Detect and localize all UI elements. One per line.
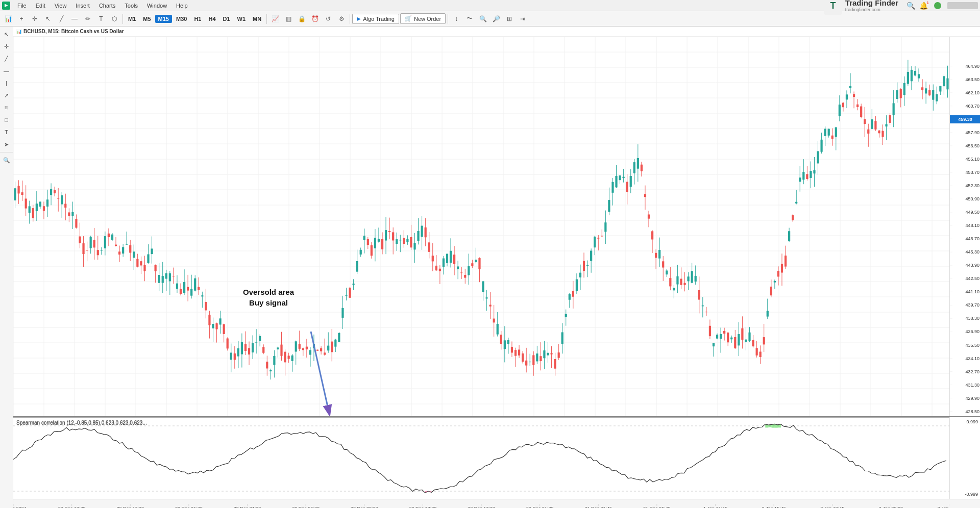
- logo-sub: tradingfinder.com: [845, 7, 898, 12]
- svg-text:T: T: [830, 1, 836, 11]
- zoom-in-btn[interactable]: +: [15, 13, 28, 25]
- ind-val-bot: -0.999: [965, 492, 978, 497]
- chart-icon: 📊: [16, 29, 22, 34]
- tf-d1[interactable]: D1: [220, 15, 233, 23]
- hline-btn[interactable]: —: [68, 13, 81, 25]
- menu-charts[interactable]: Charts: [95, 2, 119, 10]
- new-order-icon: 🛒: [405, 15, 412, 22]
- lt-rect[interactable]: □: [1, 114, 12, 125]
- indicator-panel[interactable]: Spearman correlation (12,-0.85,0.85),0.6…: [13, 417, 949, 499]
- indicator-btn[interactable]: ↕: [450, 13, 462, 25]
- signal-bars: [947, 2, 978, 9]
- indicator-row: Spearman correlation (12,-0.85,0.85),0.6…: [13, 416, 980, 499]
- crosshair-btn[interactable]: ✛: [29, 13, 41, 25]
- tf-h1[interactable]: H1: [191, 15, 204, 23]
- lt-text[interactable]: T: [1, 126, 12, 138]
- sep2: [266, 14, 267, 24]
- lt-hline[interactable]: —: [1, 65, 12, 77]
- new-order-btn[interactable]: 🛒 New Order: [400, 13, 446, 24]
- lt-divider: [0, 152, 13, 153]
- status-indicator: [934, 2, 941, 9]
- play-icon: ▶: [357, 16, 361, 21]
- menu-view[interactable]: View: [51, 2, 71, 10]
- tf-m5[interactable]: M5: [140, 15, 154, 23]
- lt-cursor[interactable]: ↖: [1, 29, 12, 40]
- lt-vline[interactable]: |: [1, 78, 12, 89]
- tf-mn[interactable]: MN: [250, 15, 264, 23]
- lt-zoom[interactable]: 🔍: [1, 155, 12, 166]
- text-btn[interactable]: T: [95, 13, 107, 25]
- chart-header-text: BCHUSD, M15: Bitcoin Cash vs US Dollar: [23, 29, 124, 34]
- zoom-out-chart[interactable]: 🔍: [477, 13, 489, 25]
- clock-btn[interactable]: ⏰: [309, 13, 321, 25]
- search-icon[interactable]: 🔍: [906, 2, 915, 10]
- new-chart-btn[interactable]: 📊: [2, 13, 14, 25]
- bar-type-btn[interactable]: ▥: [282, 13, 295, 25]
- top-right-area: T Trading Finder tradingfinder.com 🔍 🔔1: [824, 0, 978, 15]
- chart-type-btn[interactable]: 📈: [269, 13, 281, 25]
- app-logo: ▶: [2, 2, 10, 10]
- logo-text: Trading Finder: [845, 0, 898, 7]
- left-toolbar: ↖ ✛ ╱ — | ↗ ≋ □ T ➤ 🔍: [0, 27, 13, 508]
- shapes-btn[interactable]: ⬡: [108, 13, 120, 25]
- tf-m1[interactable]: M1: [125, 15, 139, 23]
- price-axis-canvas: [950, 37, 980, 416]
- lt-fib[interactable]: ≋: [1, 102, 12, 113]
- chart-header: 📊 BCHUSD, M15: Bitcoin Cash vs US Dollar: [13, 27, 980, 37]
- menu-edit[interactable]: Edit: [32, 2, 50, 10]
- menu-bar: ▶ File Edit View Insert Charts Tools Win…: [0, 0, 980, 11]
- indicator-label: Spearman correlation (12,-0.85,0.85),0.6…: [16, 420, 147, 425]
- tf-m15[interactable]: M15: [155, 15, 172, 23]
- tf-logo-icon: T: [824, 0, 842, 15]
- menu-help[interactable]: Help: [172, 2, 192, 10]
- tf-m30[interactable]: M30: [173, 15, 190, 23]
- lt-arrow[interactable]: ➤: [1, 139, 12, 150]
- osc-btn[interactable]: 〜: [463, 13, 476, 25]
- chart-area: 📊 BCHUSD, M15: Bitcoin Cash vs US Dollar…: [13, 27, 980, 508]
- chart-panels: Oversold area Buy signal Spearman c: [13, 37, 980, 508]
- time-canvas: [13, 504, 949, 509]
- menu-insert[interactable]: Insert: [71, 2, 94, 10]
- menu-tools[interactable]: Tools: [120, 2, 142, 10]
- indicator-canvas: [13, 418, 949, 499]
- tf-w1[interactable]: W1: [234, 15, 249, 23]
- auto-scroll-btn[interactable]: ⇥: [517, 13, 529, 25]
- main-chart[interactable]: Oversold area Buy signal: [13, 37, 949, 416]
- lock-btn[interactable]: 🔒: [296, 13, 308, 25]
- menu-file[interactable]: File: [13, 2, 31, 10]
- indicator-value-axis: 0.999 -0.999: [949, 417, 980, 499]
- notification-icon[interactable]: 🔔1: [919, 2, 928, 10]
- grid-btn[interactable]: ⊞: [503, 13, 516, 25]
- algo-trading-label: Algo Trading: [363, 16, 395, 22]
- lt-trend[interactable]: ↗: [1, 90, 12, 101]
- lt-crosshair[interactable]: ✛: [1, 41, 12, 52]
- zoom-in-chart[interactable]: 🔎: [490, 13, 502, 25]
- draw-btn[interactable]: ✏: [82, 13, 94, 25]
- main-area: ↖ ✛ ╱ — | ↗ ≋ □ T ➤ 🔍 📊 BCHUSD, M15: Bit…: [0, 27, 980, 508]
- refresh-btn[interactable]: ↺: [322, 13, 334, 25]
- ind-val-top: 0.999: [966, 419, 978, 424]
- settings-btn[interactable]: ⚙: [335, 13, 348, 25]
- sep3: [350, 14, 350, 24]
- menu-window[interactable]: Window: [143, 2, 171, 10]
- tf-h4[interactable]: H4: [205, 15, 218, 23]
- trading-finder-logo: T Trading Finder tradingfinder.com: [824, 0, 902, 15]
- arrow-btn[interactable]: ↖: [42, 13, 54, 25]
- line-btn[interactable]: ╱: [55, 13, 67, 25]
- main-chart-row: Oversold area Buy signal: [13, 37, 980, 416]
- algo-trading-btn[interactable]: ▶ Algo Trading: [352, 14, 399, 24]
- new-order-label: New Order: [414, 16, 441, 22]
- lt-line[interactable]: ╱: [1, 53, 12, 64]
- time-axis: [13, 499, 980, 508]
- sep4: [448, 14, 448, 24]
- chart-tag: 📊 BCHUSD, M15: Bitcoin Cash vs US Dollar: [16, 29, 124, 34]
- price-axis: [949, 37, 980, 416]
- candle-canvas: [13, 37, 949, 416]
- sep1: [122, 14, 123, 24]
